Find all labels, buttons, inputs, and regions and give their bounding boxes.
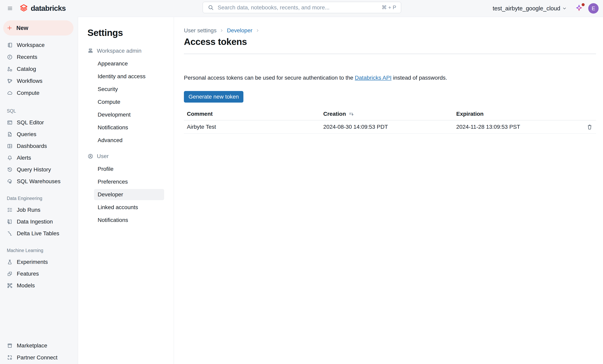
assistant-button[interactable] <box>575 4 583 13</box>
settings-item-advanced[interactable]: Advanced <box>78 134 174 147</box>
sort-descending-icon <box>348 111 354 117</box>
settings-nav-panel: Settings Workspace admin Appearance Iden… <box>78 17 174 364</box>
plus-icon <box>6 25 13 31</box>
workspace-name: test_airbyte_google_cloud <box>493 5 560 12</box>
intro-text: Personal access tokens can be used for s… <box>184 74 596 81</box>
search-shortcut: ⌘ + P <box>382 4 396 11</box>
column-header-comment: Comment <box>184 111 320 117</box>
token-creation: 2024-08-30 14:09:53 PDT <box>320 124 453 130</box>
main-content: User settings Developer Access tokens Pe… <box>174 17 603 364</box>
job-runs-icon <box>7 207 13 213</box>
compute-cloud-icon <box>7 90 13 96</box>
chevron-right-icon <box>255 28 260 33</box>
breadcrumb-user-settings[interactable]: User settings <box>184 27 216 34</box>
sidebar-item-workspace[interactable]: Workspace <box>0 39 78 51</box>
page-title: Access tokens <box>184 36 596 47</box>
data-ingestion-icon <box>7 219 13 225</box>
workspace-icon <box>7 42 13 48</box>
delta-live-tables-icon <box>7 230 13 237</box>
sidebar-item-features[interactable]: Features <box>0 268 78 280</box>
sidebar-item-models[interactable]: Models <box>0 280 78 291</box>
chevron-down-icon <box>562 6 567 11</box>
global-search[interactable]: ⌘ + P <box>203 2 401 13</box>
sidebar-item-catalog[interactable]: Catalog <box>0 63 78 75</box>
settings-item-compute[interactable]: Compute <box>78 96 174 108</box>
sidebar-item-compute[interactable]: Compute <box>0 87 78 99</box>
avatar-initial: E <box>591 5 595 11</box>
breadcrumb-developer[interactable]: Developer <box>227 27 252 34</box>
workflows-icon <box>7 78 13 84</box>
token-expiration: 2024-11-28 13:09:53 PST <box>453 124 596 130</box>
settings-item-identity-and-access[interactable]: Identity and access <box>78 70 174 83</box>
settings-title: Settings <box>87 27 174 38</box>
new-button[interactable]: New <box>3 20 73 35</box>
section-title-sql: SQL <box>0 108 78 114</box>
sidebar-item-partner-connect[interactable]: Partner Connect <box>0 352 78 364</box>
chevron-right-icon <box>219 28 224 33</box>
databricks-logo[interactable]: databricks <box>19 0 66 17</box>
title-divider <box>184 54 596 54</box>
search-input[interactable] <box>217 4 378 11</box>
brand-wordmark: databricks <box>31 4 66 12</box>
settings-item-notifications-user[interactable]: Notifications <box>78 214 174 227</box>
workspace-selector[interactable]: test_airbyte_google_cloud <box>493 5 567 12</box>
sidebar-item-marketplace[interactable]: Marketplace <box>0 340 78 352</box>
sql-warehouses-icon <box>7 178 13 184</box>
settings-item-security[interactable]: Security <box>78 83 174 96</box>
table-row: Airbyte Test 2024-08-30 14:09:53 PDT 202… <box>184 120 596 134</box>
sidebar-item-queries[interactable]: Queries <box>0 128 78 140</box>
recents-clock-icon <box>7 54 13 60</box>
experiments-icon <box>7 259 13 265</box>
new-button-label: New <box>16 25 28 31</box>
notification-dot <box>582 3 585 6</box>
generate-new-token-button[interactable]: Generate new token <box>184 91 244 102</box>
hamburger-icon[interactable] <box>6 4 14 12</box>
sidebar-item-delta-live-tables[interactable]: Delta Live Tables <box>0 228 78 239</box>
sidebar-item-sql-warehouses[interactable]: SQL Warehouses <box>0 175 78 187</box>
delete-token-button[interactable] <box>585 123 594 131</box>
sidebar-item-recents[interactable]: Recents <box>0 51 78 63</box>
search-icon <box>208 4 214 11</box>
trash-icon <box>586 123 593 131</box>
workspace-admin-icon <box>87 48 93 54</box>
sidebar-item-alerts[interactable]: Alerts <box>0 152 78 164</box>
user-icon <box>87 153 93 159</box>
access-tokens-table: Comment Creation Expiration Airbyte Test… <box>184 108 596 134</box>
column-header-creation[interactable]: Creation <box>320 111 453 117</box>
settings-item-notifications-admin[interactable]: Notifications <box>78 121 174 134</box>
marketplace-icon <box>7 343 13 349</box>
avatar[interactable]: E <box>588 3 599 13</box>
breadcrumb: User settings Developer <box>184 26 596 35</box>
catalog-icon <box>7 66 13 72</box>
column-header-expiration: Expiration <box>453 111 596 117</box>
section-title-data-engineering: Data Engineering <box>0 195 78 201</box>
settings-item-appearance[interactable]: Appearance <box>78 57 174 70</box>
sidebar-item-experiments[interactable]: Experiments <box>0 256 78 268</box>
sidebar-item-data-ingestion[interactable]: Data Ingestion <box>0 216 78 228</box>
settings-item-preferences[interactable]: Preferences <box>78 175 174 188</box>
settings-item-development[interactable]: Development <box>78 108 174 121</box>
sql-editor-icon <box>7 120 13 125</box>
queries-icon <box>7 131 13 137</box>
query-history-icon <box>7 167 13 173</box>
settings-item-developer[interactable]: Developer <box>78 188 174 201</box>
settings-group-workspace-admin: Workspace admin <box>78 45 174 57</box>
sidebar: New Workspace Recents Catalog Workflows … <box>0 17 78 364</box>
section-title-machine-learning: Machine Learning <box>0 248 78 253</box>
sidebar-item-job-runs[interactable]: Job Runs <box>0 204 78 216</box>
table-header-row: Comment Creation Expiration <box>184 108 596 120</box>
settings-item-linked-accounts[interactable]: Linked accounts <box>78 201 174 214</box>
dashboards-icon <box>7 143 13 149</box>
models-icon <box>7 283 13 289</box>
databricks-api-link[interactable]: Databricks API <box>355 75 392 81</box>
sidebar-item-dashboards[interactable]: Dashboards <box>0 140 78 152</box>
settings-group-user: User <box>78 150 174 163</box>
alerts-bell-icon <box>7 155 13 161</box>
sidebar-item-workflows[interactable]: Workflows <box>0 75 78 87</box>
settings-item-profile[interactable]: Profile <box>78 163 174 175</box>
partner-connect-icon <box>7 355 13 361</box>
features-icon <box>7 271 13 277</box>
sidebar-item-query-history[interactable]: Query History <box>0 164 78 175</box>
sidebar-item-sql-editor[interactable]: SQL Editor <box>0 116 78 128</box>
databricks-logo-icon <box>19 4 28 13</box>
